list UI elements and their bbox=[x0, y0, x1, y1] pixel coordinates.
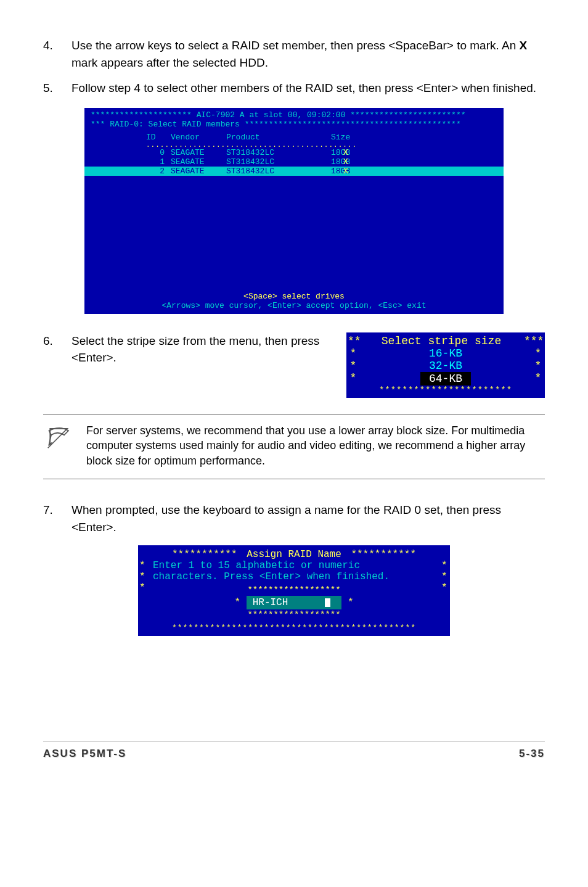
td-vendor: SEAGATE bbox=[171, 148, 226, 157]
t3-input-value: HR-ICH bbox=[253, 597, 288, 608]
t3-side-star: * bbox=[139, 571, 147, 582]
terminal1-subtitle: *** RAID-0: Select RAID members ********… bbox=[91, 120, 497, 129]
terminal-stripe-size: ** Select stripe size *** * 16-KB * * 32… bbox=[346, 332, 545, 398]
t2-opt2: 32-KB bbox=[359, 360, 533, 372]
step-4-text: Use the arrow keys to select a RAID set … bbox=[71, 37, 545, 71]
t3-side-star: * bbox=[441, 571, 449, 582]
td-id: 1 bbox=[146, 157, 171, 167]
t3-input-bottom-border: ****************** bbox=[247, 610, 340, 620]
table-row: 1 SEAGATE ST318432LC 18GB X bbox=[84, 157, 504, 167]
t2-footer-stars: *********************** bbox=[348, 386, 544, 395]
td-vendor: SEAGATE bbox=[171, 157, 226, 167]
note-icon bbox=[43, 423, 73, 452]
step-4-post: mark appears after the selected HDD. bbox=[71, 56, 268, 69]
t2-star-side: * bbox=[533, 372, 544, 386]
step-4: 4. Use the arrow keys to select a RAID s… bbox=[43, 37, 545, 71]
td-vendor: SEAGATE bbox=[171, 167, 226, 176]
step-6: 6. Select the stripe size from the menu,… bbox=[43, 332, 334, 366]
td-mark: X bbox=[343, 157, 362, 167]
step-6-num: 6. bbox=[43, 332, 71, 366]
terminal1-footer1: <Space> select drives bbox=[91, 292, 497, 301]
t3-line2: characters. Press <Enter> when finished. bbox=[147, 571, 441, 582]
step-5-num: 5. bbox=[43, 80, 71, 97]
t3-line1: Enter 1 to 15 alphabetic or numeric bbox=[147, 560, 441, 571]
page-footer: ASUS P5MT-S 5-35 bbox=[43, 741, 545, 760]
terminal1-separator: ........................................… bbox=[84, 142, 504, 148]
th-size: Size bbox=[306, 133, 368, 142]
td-id: 2 bbox=[146, 167, 171, 176]
t2-star-side: * bbox=[533, 347, 544, 360]
step-7: 7. When prompted, use the keyboard to as… bbox=[43, 501, 545, 535]
step-4-pre: Use the arrow keys to select a RAID set … bbox=[71, 39, 520, 52]
td-mark: X bbox=[343, 148, 362, 157]
step-7-num: 7. bbox=[43, 501, 71, 535]
t3-side-star: * bbox=[139, 560, 147, 571]
step-4-bold: X bbox=[520, 39, 528, 52]
t3-side-star: * bbox=[139, 582, 147, 623]
td-size: 18GB bbox=[306, 148, 343, 157]
td-id: 0 bbox=[146, 148, 171, 157]
t3-input-marker-r: * bbox=[348, 597, 354, 608]
t3-side-star: * bbox=[441, 560, 449, 571]
td-product: ST318432LC bbox=[226, 157, 306, 167]
t2-title: Select stripe size bbox=[359, 335, 524, 347]
t2-opt3-selected: 64-KB bbox=[420, 372, 471, 386]
terminal1-header-line: ********************* AIC-7902 A at slot… bbox=[91, 110, 497, 120]
t2-star-side: * bbox=[533, 360, 544, 372]
table-row-selected: 2 SEAGATE ST318432LC 18GB X bbox=[84, 167, 504, 176]
t3-header-title: Assign RAID Name bbox=[237, 549, 351, 560]
step-5-text: Follow step 4 to select other members of… bbox=[71, 80, 545, 97]
step-6-text: Select the stripe size from the menu, th… bbox=[71, 332, 334, 366]
t2-opt1: 16-KB bbox=[359, 347, 533, 360]
terminal-assign-raid-name: *********** Assign RAID Name ***********… bbox=[138, 545, 450, 636]
footer-right: 5-35 bbox=[519, 748, 545, 760]
terminal1-table-header: ID Vendor Product Size bbox=[84, 133, 504, 142]
t3-side-star: * bbox=[441, 582, 449, 623]
t3-header-stars-r: *********** bbox=[351, 549, 416, 560]
th-id: ID bbox=[146, 133, 171, 142]
t3-header-stars-l: *********** bbox=[172, 549, 237, 560]
t2-star-r: *** bbox=[524, 335, 544, 347]
t3-input-field: HR-ICH bbox=[247, 596, 342, 609]
note-box: For server systems, we recommend that yo… bbox=[43, 414, 545, 479]
note-text: For server systems, we recommend that yo… bbox=[86, 423, 545, 469]
step-5: 5. Follow step 4 to select other members… bbox=[43, 80, 545, 97]
th-vendor: Vendor bbox=[171, 133, 226, 142]
step-4-num: 4. bbox=[43, 37, 71, 71]
th-product: Product bbox=[226, 133, 306, 142]
t2-star-side: * bbox=[348, 372, 359, 386]
t3-input-marker-l: * bbox=[234, 597, 240, 608]
table-row: 0 SEAGATE ST318432LC 18GB X bbox=[84, 148, 504, 157]
cursor-icon bbox=[325, 598, 330, 607]
td-mark: X bbox=[343, 167, 362, 176]
t3-footer-stars: ****************************************… bbox=[139, 623, 449, 632]
terminal1-footer2: <Arrows> move cursor, <Enter> accept opt… bbox=[91, 301, 497, 310]
td-product: ST318432LC bbox=[226, 148, 306, 157]
terminal-raid-members: ********************* AIC-7902 A at slot… bbox=[84, 108, 504, 314]
pencil-note-icon bbox=[47, 423, 73, 449]
footer-left: ASUS P5MT-S bbox=[43, 748, 126, 760]
td-size: 18GB bbox=[306, 167, 343, 176]
t2-star-side: * bbox=[348, 360, 359, 372]
td-size: 18GB bbox=[306, 157, 343, 167]
td-product: ST318432LC bbox=[226, 167, 306, 176]
t2-star-l: ** bbox=[348, 335, 359, 347]
t2-star-side: * bbox=[348, 347, 359, 360]
step-7-text: When prompted, use the keyboard to assig… bbox=[71, 501, 545, 535]
t3-input-top-border: ****************** bbox=[247, 585, 340, 595]
